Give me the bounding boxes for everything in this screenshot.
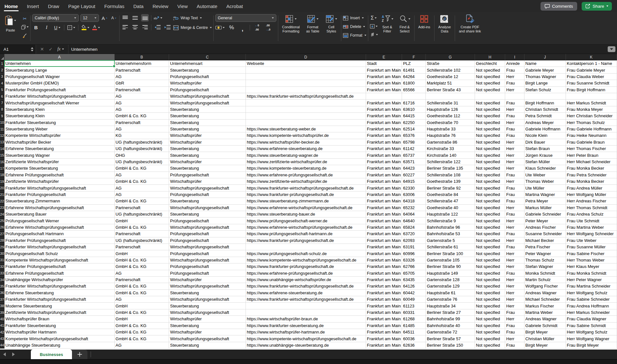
cell-C39[interactable]: Wirtschaftsprüfungsgesellschaft [169, 309, 246, 316]
cell-J19[interactable]: Thomas Weber [524, 178, 566, 185]
cell-B11[interactable]: AG [115, 126, 169, 132]
cell-J29[interactable]: Petra Fischer [524, 244, 566, 250]
cell-F15[interactable]: 65737 [402, 152, 426, 158]
cell-I12[interactable]: Frau [505, 132, 524, 139]
cell-H11[interactable]: Not specified [475, 126, 505, 132]
cell-A7[interactable]: Wirtschaftsprüfungsgesellschaft Werner [4, 100, 115, 106]
row-number-40[interactable]: 40 [0, 316, 4, 322]
cell-G18[interactable]: Schillerstraße 108 [426, 172, 475, 178]
cell-J5[interactable]: Stefan Schulz [524, 87, 566, 93]
cell-D35[interactable]: https://www.frankfurter-wirtschaftsprüfu… [246, 283, 366, 289]
cell-J23[interactable]: Markus Müller [524, 205, 566, 211]
row-number-26[interactable]: 26 [0, 224, 4, 231]
cell-E6[interactable] [366, 93, 402, 100]
cell-A39[interactable]: Zertifizierte Wirtschaftsprüfungsgesells… [4, 309, 115, 316]
cell-C35[interactable]: Wirtschaftsprüfungsgesellschaft [169, 283, 246, 289]
cell-H17[interactable]: Not specified [475, 165, 505, 172]
cell-D43[interactable]: https://www.kompetente-wirtschaftsprüfun… [246, 335, 366, 342]
cell-K37[interactable]: Frau Sabine Schneider [566, 296, 617, 303]
cell-I11[interactable]: Frau [505, 126, 524, 132]
cell-B2[interactable]: Partnerschaft [115, 67, 169, 73]
cell-B12[interactable]: KG [115, 132, 169, 139]
cell-I19[interactable]: Herr [505, 178, 524, 185]
cell-D29[interactable] [246, 244, 366, 250]
cell-K19[interactable]: Frau Monika Becker [566, 178, 617, 185]
column-header-I[interactable]: I [505, 54, 524, 60]
cell-I39[interactable]: Frau [505, 309, 524, 316]
cell-A6[interactable]: Frankfurter Wirtschaftsprüfungsgesellsch… [4, 93, 115, 100]
cell-K3[interactable]: Frau Claudia Weber [566, 74, 617, 80]
row-number-10[interactable]: 10 [0, 120, 4, 126]
cell-E37[interactable]: Frankfurt am Main [366, 296, 402, 303]
cell-F24[interactable]: 64064 [402, 211, 426, 218]
cell-B20[interactable]: AG [115, 185, 169, 191]
cell-G32[interactable]: Berliner Straße 90 [426, 263, 475, 270]
cell-E8[interactable]: Frankfurt am Main [366, 106, 402, 113]
cell-G23[interactable]: Goethestraße 40 [426, 205, 475, 211]
cell-J37[interactable]: Michael Schneider [524, 296, 566, 303]
cell-A1[interactable]: Unternehmen [4, 60, 115, 67]
cell-G17[interactable]: Berliner Straße 135 [426, 165, 475, 172]
cell-F2[interactable]: 61491 [402, 67, 426, 73]
menu-tab-view[interactable]: View [177, 0, 188, 12]
cell-H7[interactable]: Not specified [475, 100, 505, 106]
cell-F25[interactable]: 64640 [402, 218, 426, 224]
cell-H2[interactable]: Not specified [475, 67, 505, 73]
cell-J3[interactable]: Thomas Wagner [524, 74, 566, 80]
cell-G13[interactable]: Gartenstraße 86 [426, 139, 475, 146]
cell-C11[interactable]: Steuerberatung [169, 126, 246, 132]
cell-C18[interactable]: Prüfungsgesellschaft [169, 172, 246, 178]
row-number-19[interactable]: 19 [0, 178, 4, 185]
cell-E7[interactable]: Frankfurt am Main [366, 100, 402, 106]
menu-tab-home[interactable]: Home [4, 0, 18, 12]
orientation-button[interactable]: ab [154, 14, 162, 22]
cell-G11[interactable]: Hauptstraße 33 [426, 126, 475, 132]
cell-F33[interactable]: 65705 [402, 270, 426, 277]
cell-K15[interactable]: Herr Peter Braun [566, 152, 617, 158]
row-number-29[interactable]: 29 [0, 244, 4, 250]
cell-B13[interactable]: UG (haftungsbeschränkt) [115, 139, 169, 146]
cell-G36[interactable]: Hauptstraße 61 [426, 290, 475, 296]
row-number-37[interactable]: 37 [0, 296, 4, 303]
cell-J6[interactable] [524, 93, 566, 100]
cell-D1[interactable]: Webseite [246, 60, 366, 67]
underline-button[interactable]: U [53, 24, 61, 31]
cell-C5[interactable]: Prüfungsgesellschaft [169, 87, 246, 93]
number-format-select[interactable]: General [215, 14, 276, 22]
cell-G4[interactable]: Marktplatz 51 [426, 80, 475, 86]
prev-sheet-button[interactable] [0, 350, 9, 359]
cell-B3[interactable]: AG [115, 74, 169, 80]
row-number-20[interactable]: 20 [0, 185, 4, 191]
cell-D18[interactable]: https://www.erfahrene-prüfungsgesellscha… [246, 172, 366, 178]
cell-F32[interactable]: 62766 [402, 263, 426, 270]
column-header-K[interactable]: K [566, 54, 617, 60]
cell-B15[interactable]: OHG [115, 152, 169, 158]
cell-F8[interactable]: 63610 [402, 106, 426, 113]
align-center-button[interactable] [131, 23, 139, 31]
cell-I44[interactable]: Frau [505, 342, 524, 349]
cell-K43[interactable]: Herr Wolfgang Wagner [566, 335, 617, 342]
column-header-H[interactable]: H [475, 54, 505, 60]
cell-B43[interactable]: GmbH & Co. KG [115, 335, 169, 342]
cell-D16[interactable]: https://www.zertifizierte-wirtschaftsprü… [246, 159, 366, 165]
cell-F31[interactable]: 63326 [402, 257, 426, 263]
cell-B7[interactable]: AG [115, 100, 169, 106]
cell-F36[interactable]: 60442 [402, 290, 426, 296]
fill-button[interactable] [370, 22, 378, 30]
column-header-J[interactable]: J [524, 54, 566, 60]
cell-D40[interactable]: https://www.wirtschaftsprüfer-braun.de [246, 316, 366, 322]
row-number-22[interactable]: 22 [0, 198, 4, 204]
cell-C38[interactable]: Steuerberatung [169, 303, 246, 309]
fill-color-button[interactable] [81, 24, 89, 31]
cell-E41[interactable]: Frankfurt am Main [366, 323, 402, 329]
cell-K1[interactable]: Kontaktperson 1 - Name [566, 60, 617, 67]
cell-B37[interactable]: AG [115, 296, 169, 303]
cell-B38[interactable]: GmbH [115, 303, 169, 309]
cell-H29[interactable]: Not specified [475, 244, 505, 250]
cell-E5[interactable]: Frankfurt am Main [366, 87, 402, 93]
cell-I13[interactable]: Herr [505, 139, 524, 146]
cell-I18[interactable]: Frau [505, 172, 524, 178]
cell-B9[interactable]: GmbH & Co. KG [115, 113, 169, 119]
cell-A26[interactable]: Erfahrene Wirtschaftsprüfungsgesellschaf… [4, 224, 115, 231]
cell-J20[interactable]: Ute Müller [524, 185, 566, 191]
